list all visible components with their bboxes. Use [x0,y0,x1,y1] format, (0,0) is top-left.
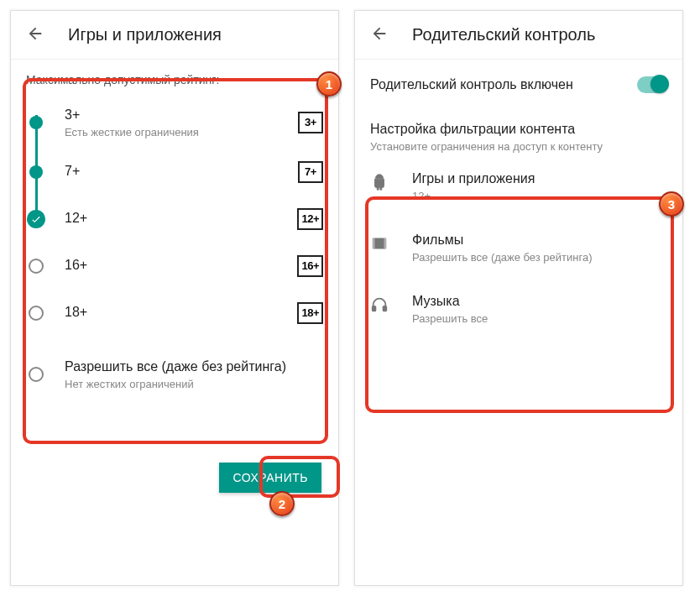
rating-sub: Нет жестких ограничений [65,378,323,390]
rating-badge: 18+ [297,302,323,324]
filter-sub: Установите ограничения на доступ к конте… [370,140,667,153]
rating-option-18[interactable]: 18+ 18+ [11,290,338,337]
right-screen: Родительский контроль Родительский контр… [354,10,683,586]
cat-sub: Разрешить все [412,312,667,325]
rating-option-7[interactable]: 7+ 7+ [11,149,338,196]
rating-option-3[interactable]: 3+ Есть жесткие ограничения 3+ [11,97,338,149]
svg-rect-1 [373,238,375,249]
film-icon [370,234,389,253]
rating-label: Разрешить все (даже без рейтинга) [65,358,323,376]
switch-on-icon [637,76,667,93]
cat-sub: 12+ [412,190,667,202]
cat-title: Игры и приложения [412,171,667,186]
radio-empty-icon [29,306,44,321]
rating-badge: 16+ [297,255,323,277]
rating-label: 18+ [65,304,279,322]
android-icon [370,173,389,191]
radio-check-icon [27,210,45,228]
svg-rect-3 [373,306,376,311]
category-movies[interactable]: Фильмы Разрешить все (даже без рейтинга) [355,217,682,279]
category-apps[interactable]: Игры и приложения 12+ [355,156,682,217]
left-screen: Игры и приложения Максимально допустимый… [10,10,339,586]
rating-label: 12+ [65,210,279,227]
cat-title: Музыка [412,294,667,309]
rating-badge: 12+ [297,208,323,230]
rating-list: 3+ Есть жесткие ограничения 3+ 7+ 7+ [11,93,338,404]
cat-sub: Разрешить все (даже без рейтинга) [412,251,667,264]
filter-header: Настройка фильтрации контента Установите… [355,110,682,156]
headphones-icon [370,295,389,314]
rating-label: 3+ [65,107,279,124]
rating-option-12[interactable]: 12+ 12+ [11,196,338,243]
rating-sub: Есть жесткие ограничения [65,126,279,139]
back-arrow-icon[interactable] [26,24,44,46]
radio-empty-icon [29,367,44,382]
rating-badge: 3+ [298,112,323,133]
svg-rect-2 [384,238,387,249]
rating-label: 7+ [65,163,279,180]
parental-control-toggle[interactable]: Родительский контроль включен [355,60,682,110]
page-title: Родительский контроль [412,25,595,44]
radio-dot-icon [29,165,43,179]
page-title: Игры и приложения [68,25,222,44]
toolbar: Игры и приложения [11,11,338,60]
save-button[interactable]: СОХРАНИТЬ [219,463,321,493]
svg-rect-4 [384,306,387,311]
rating-option-all[interactable]: Разрешить все (даже без рейтинга) Нет же… [11,337,338,400]
back-arrow-icon[interactable] [370,24,389,46]
category-music[interactable]: Музыка Разрешить все [355,279,682,340]
radio-empty-icon [29,259,44,274]
cat-title: Фильмы [412,233,667,248]
switch-label: Родительский контроль включен [370,77,573,92]
marker-2: 2 [269,491,295,516]
rating-badge: 7+ [298,161,323,183]
radio-dot-icon [29,116,43,129]
rating-label: 16+ [65,257,279,274]
section-label: Максимально допустимый рейтинг: [11,60,338,93]
toolbar: Родительский контроль [355,11,682,60]
rating-option-16[interactable]: 16+ 16+ [11,243,338,290]
filter-title: Настройка фильтрации контента [370,122,667,137]
